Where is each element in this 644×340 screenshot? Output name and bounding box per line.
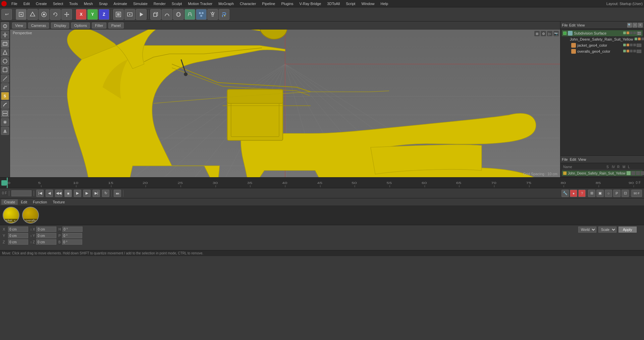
mat-tab-texture[interactable]: Texture: [50, 199, 67, 205]
left-tool-8[interactable]: [1, 83, 9, 91]
mat-tab-edit[interactable]: Edit: [18, 199, 30, 205]
viewport-render-button[interactable]: ▷: [547, 31, 552, 36]
viewport-camera-button[interactable]: 📷: [553, 31, 559, 36]
coord-size-y-input[interactable]: [36, 233, 56, 238]
pb-key-3[interactable]: ○: [605, 190, 612, 197]
menu-animate[interactable]: Animate: [111, 1, 130, 6]
tree-item-john-deere[interactable]: John_Deere_Safety_Rain_Suit_Yellow: [562, 36, 643, 42]
viewport-view-btn[interactable]: View: [12, 22, 26, 29]
object-manager-file[interactable]: File: [562, 23, 568, 27]
menu-pipeline[interactable]: Pipeline: [259, 1, 278, 6]
pb-key-5[interactable]: ⊡: [622, 190, 629, 197]
loop-button[interactable]: ↻: [102, 190, 109, 197]
python-button[interactable]: [219, 9, 229, 20]
coord-size-z-input[interactable]: [36, 239, 56, 245]
coord-size-x-input[interactable]: [36, 227, 56, 232]
menu-script[interactable]: Script: [343, 1, 358, 6]
viewport-filter-btn[interactable]: Filter: [92, 22, 106, 29]
light-button[interactable]: [207, 9, 218, 20]
y-axis-button[interactable]: Y: [87, 9, 98, 20]
menu-file[interactable]: File: [9, 1, 20, 6]
viewport-settings-button[interactable]: ⚙: [541, 31, 546, 36]
pb-end-frame[interactable]: 90 F: [631, 190, 642, 197]
menu-edit[interactable]: Edit: [21, 1, 33, 6]
subdivision-expand-icon[interactable]: [563, 32, 567, 35]
undo-button[interactable]: ↩: [1, 9, 12, 20]
left-tool-7[interactable]: [1, 75, 9, 83]
x-axis-button[interactable]: X: [76, 9, 87, 20]
left-tool-2[interactable]: [1, 31, 9, 39]
pb-key-2[interactable]: ▣: [596, 190, 604, 197]
menu-select[interactable]: Select: [50, 1, 66, 6]
tree-item-overalls[interactable]: overalls_geo4_color: [562, 48, 643, 54]
left-tool-1[interactable]: [1, 22, 9, 30]
mat-tab-create[interactable]: Create: [1, 199, 18, 205]
om-search-icon[interactable]: 🔍: [627, 23, 632, 28]
pb-settings-2[interactable]: ●: [570, 190, 577, 197]
render-button[interactable]: [136, 9, 147, 20]
left-tool-12[interactable]: [1, 118, 9, 126]
material-swatch-jacket[interactable]: jacket_v...: [3, 207, 19, 224]
menu-create[interactable]: Create: [33, 1, 50, 6]
maximize-viewport-button[interactable]: ⊞: [534, 31, 540, 36]
pb-settings-3[interactable]: ?: [578, 190, 586, 197]
coord-z-input[interactable]: [8, 239, 28, 245]
nurbs-button[interactable]: [173, 9, 184, 20]
attr-view[interactable]: View: [578, 157, 586, 161]
cube-button[interactable]: [150, 9, 161, 20]
obj-icon-3[interactable]: [636, 171, 640, 175]
left-tool-3[interactable]: [1, 40, 9, 48]
spline-button[interactable]: [162, 9, 172, 20]
attr-file[interactable]: File: [562, 157, 568, 161]
tree-item-subdivision[interactable]: Subdivision Surface: [562, 30, 643, 36]
menu-character[interactable]: Character: [237, 1, 259, 6]
z-axis-button[interactable]: Z: [99, 9, 109, 20]
obj-icon-4[interactable]: [641, 171, 644, 175]
scale-select[interactable]: Scale: [598, 227, 616, 233]
object-manager-view[interactable]: View: [577, 23, 585, 27]
menu-mesh[interactable]: Mesh: [81, 1, 96, 6]
menu-motion-tracker[interactable]: Motion Tracker: [185, 1, 215, 6]
menu-help[interactable]: Help: [378, 1, 391, 6]
menu-3dtoall[interactable]: 3DToAll: [324, 1, 342, 6]
viewport-panel-btn[interactable]: Panel: [108, 22, 124, 29]
coord-h-input[interactable]: [62, 227, 83, 232]
texture-mode-button[interactable]: [39, 9, 49, 20]
mat-tab-function[interactable]: Function: [30, 199, 50, 205]
apply-button[interactable]: Apply: [619, 227, 637, 233]
left-tool-6[interactable]: [1, 66, 9, 74]
menu-sculpt[interactable]: Sculpt: [169, 1, 185, 6]
left-tool-10[interactable]: [1, 101, 9, 109]
world-select[interactable]: World: [578, 227, 596, 233]
menu-window[interactable]: Window: [359, 1, 377, 6]
viewport-display-btn[interactable]: Display: [51, 22, 69, 29]
obj-icon-2[interactable]: [631, 171, 635, 175]
obj-icon-1[interactable]: [627, 171, 631, 175]
frame-input[interactable]: [11, 190, 32, 196]
pb-key-4[interactable]: P: [613, 190, 621, 197]
om-add-icon[interactable]: +: [633, 23, 637, 28]
go-to-end-button[interactable]: ▶|: [93, 190, 100, 197]
material-swatch-overalls[interactable]: overalls: [22, 207, 39, 224]
rotate-button[interactable]: [50, 9, 61, 20]
viewport-cameras-btn[interactable]: Cameras: [28, 22, 49, 29]
left-tool-9[interactable]: S: [1, 92, 9, 100]
viewport-options-btn[interactable]: Options: [71, 22, 90, 29]
left-tool-4[interactable]: [1, 48, 9, 56]
pb-settings-1[interactable]: 🔧: [561, 190, 569, 197]
om-settings-icon[interactable]: ≡: [638, 23, 643, 28]
menu-tools[interactable]: Tools: [66, 1, 80, 6]
timeline-ruler[interactable]: 0 5 10 15 20 25 30 35: [7, 178, 634, 188]
step-back-button[interactable]: ◀: [46, 190, 53, 197]
stop-button[interactable]: ■: [64, 190, 72, 197]
coord-x-input[interactable]: [8, 227, 28, 232]
coord-y-input[interactable]: [8, 233, 28, 238]
menu-snap[interactable]: Snap: [96, 1, 110, 6]
go-to-start-button[interactable]: |◀: [36, 190, 44, 197]
menu-render[interactable]: Render: [151, 1, 168, 6]
play-back-button[interactable]: ◀◀: [55, 190, 62, 197]
render-to-picture-viewer-button[interactable]: [124, 9, 135, 20]
play-forward-button[interactable]: ▶: [74, 190, 81, 197]
render-region-button[interactable]: [113, 9, 124, 20]
menu-vray[interactable]: V-Ray Bridge: [297, 1, 324, 6]
